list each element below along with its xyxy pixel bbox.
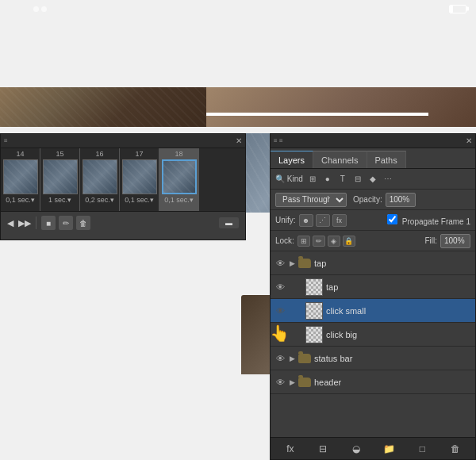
opacity-label: Opacity: — [353, 195, 382, 204]
layers-tabs: Layers Channels Paths — [271, 148, 475, 169]
header-folder-icon — [298, 378, 311, 387]
panel-drag-handle: ≡ — [4, 137, 8, 144]
frame-15[interactable]: 15 1 sec.▾ — [40, 148, 80, 211]
tap-layer-name: tap — [326, 282, 472, 292]
frame-14-number: 14 — [16, 150, 24, 158]
click-big-thumbnail — [305, 326, 323, 343]
filter-type-icon[interactable]: T — [336, 173, 349, 186]
tool-lasso[interactable]: ✏ — [59, 216, 73, 230]
frame-14-duration: 0,1 sec.▾ — [6, 196, 35, 204]
lock-all-icon[interactable]: 🔒 — [343, 236, 355, 247]
lock-pixels-icon[interactable]: ✏ — [313, 236, 325, 247]
layer-folder-header[interactable]: 👁 ▶ header — [271, 370, 475, 394]
layers-bottom-toolbar: fx ⊟ ◒ 📁 □ 🗑 — [271, 437, 475, 459]
lock-label: Lock: — [275, 236, 294, 245]
frame-17-number: 17 — [135, 150, 143, 158]
frame-17[interactable]: 17 0,1 sec.▾ — [120, 148, 159, 211]
frame-18-duration: 0,1 sec.▾ — [164, 196, 194, 204]
panel-close-button[interactable]: ✕ — [236, 136, 242, 145]
eye-toggle-tap-folder[interactable]: 👁 — [274, 259, 286, 268]
eye-toggle-click-small[interactable]: 👁 — [274, 306, 286, 316]
timeline-header: ≡ ✕ — [1, 134, 245, 148]
click-small-thumbnail — [305, 302, 323, 320]
tap-thumbnail — [305, 278, 323, 296]
frame-18-thumb — [162, 159, 197, 194]
lock-icons: ⊞ ✏ ◈ 🔒 — [298, 236, 355, 247]
hero-strip — [0, 87, 476, 127]
tab-layers[interactable]: Layers — [271, 151, 313, 168]
tool-select[interactable]: ■ — [41, 216, 56, 230]
filter-pixel-icon[interactable]: ⊞ — [306, 173, 319, 186]
click-small-layer-name: click small — [326, 306, 472, 316]
frame-17-duration: 0,1 sec.▾ — [125, 196, 154, 204]
opacity-input[interactable] — [386, 193, 416, 207]
filter-smart-icon[interactable]: ◆ — [367, 173, 379, 186]
lock-position-icon[interactable]: ◈ — [328, 236, 340, 247]
unify-fx-icon[interactable]: fx — [332, 214, 347, 227]
tap-folder-arrow[interactable]: ▶ — [290, 259, 295, 267]
fill-input[interactable] — [440, 234, 470, 248]
adj-layer-button[interactable]: ◒ — [347, 439, 366, 458]
eye-toggle-status-folder[interactable]: 👁 — [274, 354, 286, 363]
filter-shape-icon[interactable]: ⊟ — [351, 173, 364, 186]
new-group-button[interactable]: 📁 — [380, 439, 399, 458]
add-mask-button[interactable]: ⊟ — [313, 439, 332, 458]
frame-16[interactable]: 16 0,2 sec.▾ — [80, 148, 120, 211]
add-style-button[interactable]: fx — [281, 439, 300, 458]
lock-row: Lock: ⊞ ✏ ◈ 🔒 Fill: — [271, 231, 475, 251]
blend-mode-select[interactable]: Pass Through Normal Multiply — [275, 193, 347, 207]
unify-style-icon[interactable]: ⋰ — [316, 214, 330, 227]
play-button[interactable]: ▶▶ — [18, 218, 31, 228]
layer-click-big[interactable]: 👁 click big — [271, 323, 475, 347]
tap-folder-icon — [298, 259, 311, 268]
hero-white-bar — [206, 113, 428, 116]
status-folder-icon — [298, 354, 311, 363]
eye-toggle-tap[interactable]: 👁 — [274, 282, 286, 292]
unify-pos-icon[interactable]: ☻ — [299, 214, 313, 227]
timeline-panel: ≡ ✕ 14 0,1 sec.▾ 15 1 sec.▾ 16 0,2 sec.▾… — [0, 133, 246, 240]
timeline-frames: 14 0,1 sec.▾ 15 1 sec.▾ 16 0,2 sec.▾ 17 … — [1, 148, 245, 212]
layer-folder-tap[interactable]: 👁 ▶ tap — [271, 251, 475, 275]
frame-14[interactable]: 14 0,1 sec.▾ — [1, 148, 40, 211]
layer-click-small[interactable]: 👁 click small — [271, 299, 475, 323]
eye-toggle-click-big[interactable]: 👁 — [274, 330, 286, 339]
header-folder-name: header — [314, 378, 472, 387]
frame-16-thumb — [83, 159, 117, 194]
layers-close-button[interactable]: ✕ — [466, 136, 472, 145]
fill-label: Fill: — [424, 236, 437, 245]
frame-18[interactable]: 18 0,1 sec.▾ — [159, 148, 199, 211]
layer-folder-status-bar[interactable]: 👁 ▶ status bar — [271, 347, 475, 370]
frame-16-number: 16 — [95, 150, 103, 158]
layers-panel-header: ≡ ≡ ✕ — [271, 134, 475, 148]
tool-trash[interactable]: 🗑 — [76, 216, 90, 230]
tab-paths[interactable]: Paths — [367, 151, 406, 168]
frame-15-number: 15 — [56, 150, 63, 158]
signal-dot-4 — [33, 6, 39, 12]
hero-image-1 — [0, 87, 206, 127]
frame-15-duration: 1 sec.▾ — [48, 196, 71, 204]
battery-icon — [449, 5, 466, 13]
filter-row: 🔍 Kind ⊞ ● T ⊟ ◆ ⋯ — [271, 169, 475, 190]
delete-layer-button[interactable]: 🗑 — [446, 439, 465, 458]
filter-adj-icon[interactable]: ● — [321, 173, 334, 186]
signal-dot-5 — [41, 6, 47, 12]
tap-folder-name: tap — [314, 259, 472, 268]
filter-more-icon[interactable]: ⋯ — [382, 173, 394, 186]
layers-drag-handle: ≡ ≡ — [274, 137, 283, 144]
frame-14-thumb — [3, 159, 38, 194]
unify-label: Unify: — [275, 216, 296, 224]
new-layer-button[interactable]: □ — [413, 439, 432, 458]
layer-tap[interactable]: 👁 tap — [271, 275, 475, 299]
eye-toggle-header-folder[interactable]: 👁 — [274, 378, 286, 387]
frame-18-number: 18 — [175, 150, 182, 158]
play-back-button[interactable]: ◀ — [7, 218, 13, 228]
new-frame-button[interactable]: ▬ — [219, 217, 239, 228]
layer-list: 👁 ▶ tap 👁 tap 👁 click small 👁 — [271, 251, 475, 437]
lock-transparent-icon[interactable]: ⊞ — [298, 236, 310, 247]
propagate-frame-checkbox[interactable] — [387, 214, 397, 224]
tab-channels[interactable]: Channels — [313, 151, 367, 168]
status-folder-arrow[interactable]: ▶ — [290, 355, 295, 362]
filter-icons: ⊞ ● T ⊟ ◆ ⋯ — [306, 173, 394, 186]
header-folder-arrow[interactable]: ▶ — [290, 378, 295, 386]
unify-icons: ☻ ⋰ fx — [299, 214, 347, 227]
